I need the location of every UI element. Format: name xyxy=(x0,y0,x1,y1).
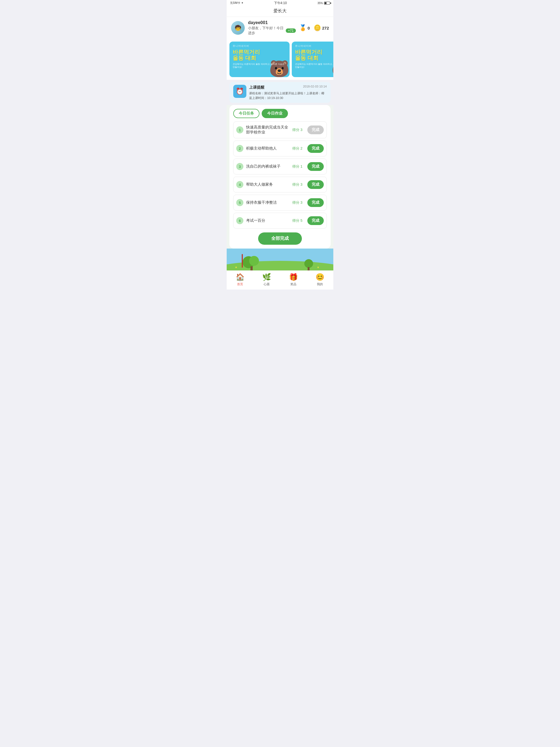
reminder-title: 上课提醒 xyxy=(249,85,264,89)
scene-background: ★ ★ xyxy=(227,249,333,271)
scene-svg: ★ ★ xyxy=(227,249,333,271)
task-done-button-4[interactable]: 完成 xyxy=(307,198,324,207)
tab-homework[interactable]: 今日作业 xyxy=(262,109,288,118)
reminder-content: 上课提醒 2018-02-03 10:14 课程名称：测试奖章马上就要开始上课啦… xyxy=(249,85,327,100)
coin-score: 🪙 272 xyxy=(314,24,329,31)
nav-label-1: 心愿 xyxy=(263,282,270,286)
task-done-button-3[interactable]: 完成 xyxy=(307,180,324,189)
reminder-card: ⏰ 上课提醒 2018-02-03 10:14 课程名称：测试奖章马上就要开始上… xyxy=(229,82,331,103)
task-done-button-0[interactable]: 完成 xyxy=(307,126,324,134)
svg-point-3 xyxy=(249,256,259,266)
coin-icon: 🪙 xyxy=(314,24,321,31)
task-tabs: 今日任务 今日作业 xyxy=(233,109,327,118)
tab-tasks[interactable]: 今日任务 xyxy=(233,109,259,118)
nav-item-奖品[interactable]: 🎁 奖品 xyxy=(289,273,298,286)
nav-icon-0: 🏠 xyxy=(236,273,245,281)
task-item: 3 洗自己的内裤或袜子 得分 1 完成 xyxy=(233,159,327,175)
svg-rect-4 xyxy=(251,266,253,271)
task-container: 今日任务 今日作业 1 快速高质量的完成当天全部学校作业 得分 3 完成 2 积… xyxy=(229,105,331,249)
task-score-2: 得分 1 xyxy=(292,164,302,169)
task-text-4: 保持衣服干净整洁 xyxy=(246,200,289,205)
nav-item-首页[interactable]: 🏠 首页 xyxy=(236,273,245,286)
task-number-1: 2 xyxy=(236,145,244,152)
battery-icon xyxy=(324,2,330,5)
task-list: 1 快速高质量的完成当天全部学校作业 得分 3 完成 2 积极主动帮助他人 得分… xyxy=(233,121,327,229)
all-done-button[interactable]: 全部完成 xyxy=(258,232,302,245)
task-item: 6 考试一百分 得分 5 完成 xyxy=(233,213,327,229)
banner-brand-0: 쥬니어네이버 xyxy=(233,44,286,48)
task-item: 5 保持衣服干净整洁 得分 3 完成 xyxy=(233,195,327,210)
reminder-date: 2018-02-03 10:14 xyxy=(303,85,327,88)
status-time: 下午4:10 xyxy=(274,1,287,5)
user-info: dayee001 小朋友，下午好！今日进步 +71 xyxy=(248,20,296,35)
task-number-2: 3 xyxy=(236,163,244,170)
task-text-1: 积极主动帮助他人 xyxy=(246,146,289,151)
task-done-button-5[interactable]: 完成 xyxy=(307,216,324,225)
task-score-1: 得分 2 xyxy=(292,146,302,151)
task-item: 4 帮助大人做家务 得分 3 完成 xyxy=(233,177,327,192)
svg-point-5 xyxy=(304,259,313,268)
bottom-nav: 🏠 首页 🌿 心愿 🎁 奖品 😊 我的 xyxy=(227,271,333,289)
nav-label-2: 奖品 xyxy=(290,282,297,286)
task-done-button-1[interactable]: 完成 xyxy=(307,144,324,153)
banner-title-0: 바른먹거리올동 대회 xyxy=(233,49,286,61)
user-greeting: 小朋友，下午好！今日进步 +71 xyxy=(248,26,296,35)
banner-scroll[interactable]: 쥬니어네이버 바른먹거리올동 대회 건강해지는 바른먹거리 올동 따라하고, 올… xyxy=(227,39,333,80)
nav-icon-1: 🌿 xyxy=(262,273,271,281)
nav-label-3: 我的 xyxy=(317,282,323,286)
status-bar: 无SIM卡 ✦ 下午4:10 35% xyxy=(227,0,333,6)
banner-desc-0: 건강해지는 바른먹거리 올동 따라하고, 올바른 식습관 만들어요! xyxy=(233,62,286,69)
banner-desc-1: 건강해지는 바른먹거리 올동 따라하고, 올바른 식습관 만들어요! xyxy=(295,62,333,69)
svg-rect-6 xyxy=(308,267,309,271)
nav-label-0: 首页 xyxy=(237,282,243,286)
nav-item-我的[interactable]: 😊 我的 xyxy=(315,273,324,286)
medal-score: 🏅 0 xyxy=(299,24,310,31)
task-number-4: 5 xyxy=(236,199,244,206)
status-right: 35% xyxy=(317,2,330,5)
reminder-text: 课程名称：测试奖章马上就要开始上课啦！上课老师：椰蓝上课时间：10:19-10:… xyxy=(249,91,327,100)
task-score-3: 得分 3 xyxy=(292,182,302,187)
progress-badge: +71 xyxy=(286,28,296,33)
username: dayee001 xyxy=(248,20,296,25)
task-score-4: 得分 3 xyxy=(292,200,302,205)
reminder-icon: ⏰ xyxy=(233,85,246,98)
svg-rect-7 xyxy=(242,254,243,268)
banner-card-0[interactable]: 쥬니어네이버 바른먹거리올동 대회 건강해지는 바른먹거리 올동 따라하고, 올… xyxy=(229,42,289,77)
nav-item-心愿[interactable]: 🌿 心愿 xyxy=(262,273,271,286)
nav-icon-3: 😊 xyxy=(315,273,324,281)
task-score-0: 得分 3 xyxy=(292,127,302,132)
avatar: 🧒 xyxy=(231,21,245,35)
medal-icon: 🏅 xyxy=(299,24,307,31)
svg-text:★: ★ xyxy=(235,266,237,269)
banner-card-1[interactable]: 쥬니어네이버 바른먹거리올동 대회 건강해지는 바른먹거리 올동 따라하고, 올… xyxy=(292,42,333,77)
banner-title-1: 바른먹거리올동 대회 xyxy=(295,49,333,61)
task-text-0: 快速高质量的完成当天全部学校作业 xyxy=(246,125,289,135)
task-score-5: 得分 5 xyxy=(292,218,302,223)
task-item: 2 积极主动帮助他人 得分 2 完成 xyxy=(233,140,327,156)
task-done-button-2[interactable]: 完成 xyxy=(307,162,324,171)
nav-icon-2: 🎁 xyxy=(289,273,298,281)
task-text-5: 考试一百分 xyxy=(246,218,289,223)
task-number-0: 1 xyxy=(236,126,244,133)
user-header: 🧒 dayee001 小朋友，下午好！今日进步 +71 🏅 0 🪙 272 xyxy=(227,17,333,39)
task-text-2: 洗自己的内裤或袜子 xyxy=(246,164,289,169)
task-item: 1 快速高质量的完成当天全部学校作业 得分 3 完成 xyxy=(233,121,327,138)
battery-percent: 35% xyxy=(317,2,323,5)
banner-brand-1: 쥬니어네이버 xyxy=(295,44,333,48)
task-number-5: 6 xyxy=(236,217,244,224)
task-section: 今日任务 今日作业 1 快速高质量的完成当天全部学校作业 得分 3 完成 2 积… xyxy=(227,105,333,251)
status-carrier: 无SIM卡 ✦ xyxy=(230,1,244,5)
task-text-3: 帮助大人做家务 xyxy=(246,182,289,187)
task-number-3: 4 xyxy=(236,181,244,188)
nav-title: 爱长大 xyxy=(227,6,333,17)
score-section: 🏅 0 🪙 272 xyxy=(299,24,329,31)
svg-text:★: ★ xyxy=(317,266,320,269)
